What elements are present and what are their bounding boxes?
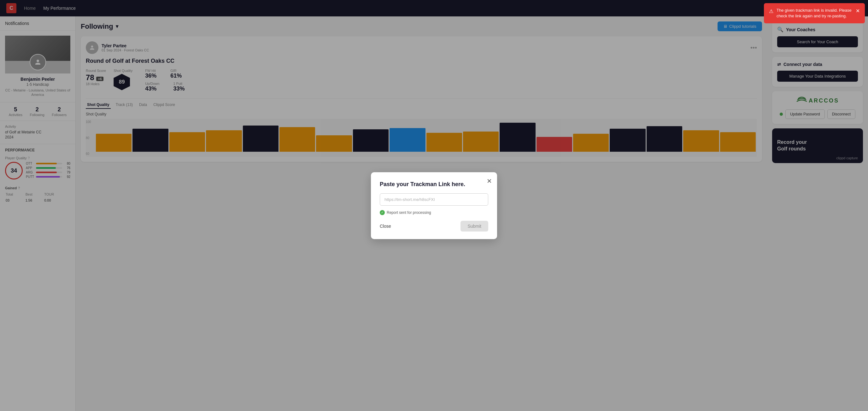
modal-title: Paste your Trackman Link here.	[380, 181, 488, 188]
modal-status: ✓ Report sent for processing	[380, 210, 488, 215]
modal-status-text: Report sent for processing	[387, 211, 431, 215]
status-check-icon: ✓	[380, 210, 385, 215]
toast-close-icon[interactable]: ✕	[856, 7, 860, 14]
modal-submit-button[interactable]: Submit	[461, 221, 488, 231]
trackman-link-input[interactable]	[380, 193, 488, 205]
warning-icon: ⚠	[769, 8, 773, 15]
trackman-modal: Paste your Trackman Link here. ✕ ✓ Repor…	[371, 172, 497, 239]
modal-overlay: Paste your Trackman Link here. ✕ ✓ Repor…	[0, 0, 868, 411]
modal-footer: Close Submit	[380, 221, 488, 231]
error-toast: ⚠ The given trackman link is invalid. Pl…	[764, 3, 865, 23]
modal-close-button[interactable]: Close	[380, 224, 391, 229]
modal-close-icon[interactable]: ✕	[487, 177, 492, 185]
toast-message: The given trackman link is invalid. Plea…	[777, 7, 852, 19]
